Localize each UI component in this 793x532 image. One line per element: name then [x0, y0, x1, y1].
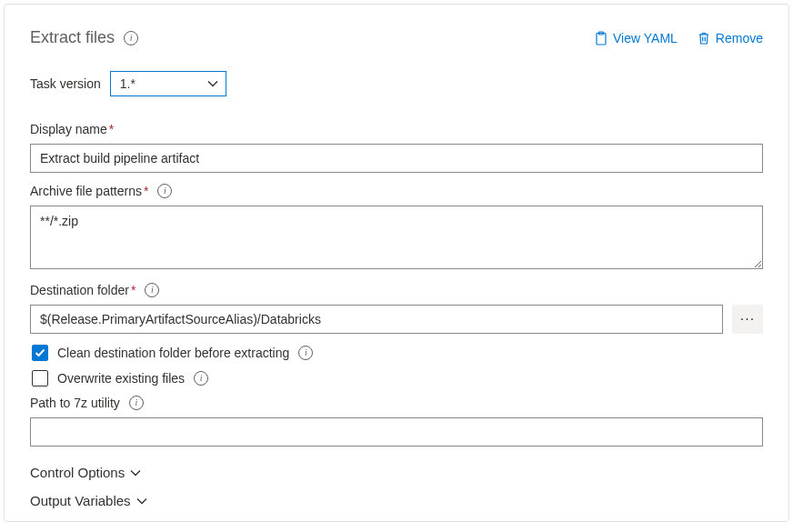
required-asterisk: *	[144, 184, 148, 198]
task-version-select[interactable]: 1.*	[110, 71, 226, 96]
chevron-down-icon	[207, 80, 218, 87]
dest-folder-label-row: Destination folder* i	[30, 283, 763, 297]
info-icon[interactable]: i	[194, 371, 208, 386]
clean-dest-checkbox[interactable]	[32, 345, 48, 361]
browse-button[interactable]: ···	[732, 305, 763, 334]
remove-label: Remove	[716, 31, 763, 45]
task-title: Extract files	[30, 28, 115, 47]
required-asterisk: *	[109, 122, 114, 136]
dest-folder-group: Destination folder* i ···	[30, 283, 763, 334]
task-editor-panel: Extract files i View YAML Remove	[4, 4, 789, 522]
clipboard-icon	[594, 31, 607, 45]
control-options-section[interactable]: Control Options	[30, 465, 763, 480]
display-name-group: Display name*	[30, 122, 763, 173]
required-asterisk: *	[131, 283, 136, 297]
output-variables-label: Output Variables	[30, 493, 131, 508]
task-version-value: 1.*	[120, 76, 136, 91]
info-icon[interactable]: i	[129, 396, 144, 410]
dest-folder-row: ···	[30, 305, 763, 334]
path-7z-label-row: Path to 7z utility i	[30, 396, 763, 410]
overwrite-checkbox[interactable]	[32, 370, 48, 386]
dest-folder-input[interactable]	[30, 305, 723, 334]
info-icon[interactable]: i	[298, 346, 313, 360]
view-yaml-button[interactable]: View YAML	[594, 31, 678, 45]
path-7z-input[interactable]	[30, 417, 763, 447]
view-yaml-label: View YAML	[613, 31, 678, 45]
task-version-row: Task version 1.*	[30, 71, 763, 96]
dest-folder-label: Destination folder	[30, 283, 129, 297]
info-icon[interactable]: i	[157, 184, 172, 198]
task-version-label: Task version	[30, 76, 101, 91]
display-name-label: Display name	[30, 122, 107, 136]
path-7z-group: Path to 7z utility i	[30, 396, 763, 447]
display-name-label-row: Display name*	[30, 122, 763, 136]
header-row: Extract files i View YAML Remove	[30, 28, 763, 47]
checkmark-icon	[35, 348, 45, 357]
overwrite-label[interactable]: Overwrite existing files	[57, 371, 185, 386]
control-options-label: Control Options	[30, 465, 125, 480]
remove-button[interactable]: Remove	[698, 31, 763, 45]
chevron-down-icon	[130, 469, 141, 477]
archive-patterns-input[interactable]	[30, 206, 763, 269]
title-wrap: Extract files i	[30, 28, 138, 47]
archive-patterns-label: Archive file patterns	[30, 184, 142, 198]
archive-patterns-group: Archive file patterns* i	[30, 184, 763, 272]
info-icon[interactable]: i	[124, 31, 138, 45]
display-name-input[interactable]	[30, 144, 763, 173]
output-variables-section[interactable]: Output Variables	[30, 493, 763, 508]
clean-dest-label[interactable]: Clean destination folder before extracti…	[57, 346, 289, 360]
trash-icon	[698, 31, 710, 45]
chevron-down-icon	[136, 497, 147, 505]
archive-patterns-label-row: Archive file patterns* i	[30, 184, 763, 198]
overwrite-row: Overwrite existing files i	[32, 370, 763, 386]
header-actions: View YAML Remove	[594, 31, 763, 45]
clean-dest-row: Clean destination folder before extracti…	[32, 345, 763, 361]
path-7z-label: Path to 7z utility	[30, 396, 120, 410]
info-icon[interactable]: i	[145, 283, 159, 297]
